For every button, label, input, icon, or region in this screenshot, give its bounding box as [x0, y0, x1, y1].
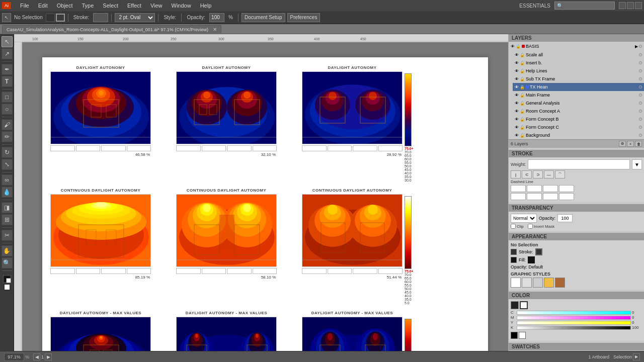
- layer-eye-scale-all[interactable]: 👁: [515, 53, 519, 57]
- appearance-fill-icon[interactable]: [528, 256, 535, 263]
- layers-new-btn[interactable]: +: [627, 141, 634, 147]
- layer-row-main-frame[interactable]: 👁 🔒 Main Frame: [513, 91, 644, 99]
- blend-mode-select[interactable]: Normal: [511, 214, 537, 223]
- blend-tool[interactable]: ∞: [2, 174, 13, 186]
- select-tool[interactable]: ↖: [2, 36, 13, 47]
- layer-eye-general[interactable]: 👁: [515, 101, 519, 106]
- menu-effect[interactable]: Effect: [123, 2, 145, 10]
- c-slider[interactable]: [517, 311, 631, 315]
- graphic-style-5[interactable]: [555, 278, 565, 288]
- menu-object[interactable]: Object: [53, 2, 77, 10]
- eyedropper-tool[interactable]: 💧: [2, 187, 13, 198]
- status-dropdown-btn[interactable]: ▶: [633, 353, 640, 360]
- canvas-area[interactable]: 100 150 200 250 300 350 400 450: [14, 34, 508, 351]
- opacity-trans-input[interactable]: [557, 214, 573, 222]
- close-file-button[interactable]: ✕: [213, 27, 217, 32]
- window-maximize[interactable]: [627, 2, 634, 9]
- layer-row-basis[interactable]: 👁 🔒 BASIS ▶: [509, 42, 644, 51]
- type-tool[interactable]: T: [2, 76, 13, 87]
- next-page-btn[interactable]: ▶: [45, 353, 52, 360]
- layer-lock-scale-all[interactable]: 🔒: [520, 53, 525, 57]
- stroke-color-box[interactable]: [56, 14, 65, 22]
- clip-checkbox-label[interactable]: Clip: [511, 224, 524, 229]
- menu-file[interactable]: File: [16, 2, 33, 10]
- opacity-input[interactable]: [209, 13, 224, 22]
- dash-input-1[interactable]: [511, 185, 526, 192]
- layer-lock-help-lines[interactable]: 🔒: [520, 69, 525, 73]
- stroke-align-outside[interactable]: ⊃: [533, 170, 543, 178]
- stroke-align-center[interactable]: |: [511, 170, 521, 178]
- stroke-style-select[interactable]: 2 pt. Oval: [115, 13, 155, 22]
- layer-eye-form-b[interactable]: 👁: [515, 117, 519, 122]
- fill-indicator[interactable]: [3, 275, 11, 283]
- direct-select-tool[interactable]: ↗: [2, 48, 13, 59]
- stroke-cap-butt[interactable]: —: [544, 170, 554, 178]
- menu-view[interactable]: View: [146, 2, 167, 10]
- appearance-stroke-swatch[interactable]: [511, 249, 517, 255]
- graphic-style-3[interactable]: [533, 278, 543, 288]
- layer-lock-sub-tx[interactable]: 🔒: [520, 77, 525, 81]
- gap-input-2[interactable]: [559, 185, 574, 192]
- black-swatch[interactable]: [511, 332, 518, 339]
- color-stroke-box[interactable]: [520, 301, 528, 309]
- window-close[interactable]: [635, 2, 642, 9]
- layer-lock-insert-b[interactable]: 🔒: [520, 61, 525, 65]
- layer-row-help-lines[interactable]: 👁 🔒 Help Lines: [513, 67, 644, 75]
- zoom-input[interactable]: [4, 353, 24, 361]
- layer-lock-basis[interactable]: 🔒: [516, 44, 521, 49]
- appearance-stroke-icon[interactable]: [535, 248, 542, 255]
- layers-options-btn[interactable]: ⚙: [619, 141, 626, 147]
- stroke-weight-dropdown[interactable]: ▼: [632, 159, 642, 169]
- gradient-tool[interactable]: ◨: [2, 202, 13, 213]
- layer-eye-tx-hean[interactable]: 👁: [515, 85, 519, 89]
- layer-eye-help-lines[interactable]: 👁: [515, 69, 519, 73]
- layer-eye-insert-b[interactable]: 👁: [515, 61, 519, 65]
- layer-row-form-c[interactable]: 👁 🔒 Form Concept C: [513, 123, 644, 131]
- layer-lock-room-a[interactable]: 🔒: [520, 109, 525, 114]
- y-coord-input[interactable]: [527, 193, 542, 200]
- menu-window[interactable]: Window: [168, 2, 195, 10]
- stroke-indicator[interactable]: [4, 284, 11, 291]
- m-slider[interactable]: [517, 316, 631, 320]
- layer-row-form-b[interactable]: 👁 🔒 Form Concept B: [513, 115, 644, 123]
- w-coord-input[interactable]: [543, 193, 558, 200]
- selection-tool-icon[interactable]: ↖: [2, 13, 11, 22]
- pen-tool[interactable]: ✒: [2, 64, 13, 75]
- color-fill-box[interactable]: [511, 301, 519, 309]
- layer-eye-main-frame[interactable]: 👁: [515, 93, 519, 98]
- graphic-style-4[interactable]: [544, 278, 554, 288]
- layer-row-room-concept-a[interactable]: 👁 🔒 Room Concept A: [513, 107, 644, 115]
- layer-row-sub-tx-frame[interactable]: 👁 🔒 Sub TX Frame: [513, 75, 644, 83]
- scale-tool[interactable]: ⤡: [2, 159, 13, 170]
- rotate-tool[interactable]: ↻: [2, 147, 13, 158]
- dash-input-2[interactable]: [543, 185, 558, 192]
- fill-color-box[interactable]: [46, 14, 55, 22]
- layer-toggle-basis[interactable]: ▶: [635, 44, 638, 49]
- layer-lock-main-frame[interactable]: 🔒: [520, 93, 525, 98]
- layer-lock-form-b[interactable]: 🔒: [520, 117, 525, 122]
- mesh-tool[interactable]: ⊞: [2, 214, 13, 225]
- layer-lock-general[interactable]: 🔒: [520, 101, 525, 106]
- search-bar[interactable]: 🔍: [554, 2, 615, 10]
- hand-tool[interactable]: ✋: [2, 245, 13, 256]
- layer-eye-sub-tx[interactable]: 👁: [515, 77, 519, 81]
- layer-eye-bg[interactable]: 👁: [515, 133, 519, 138]
- scissors-tool[interactable]: ✂: [2, 230, 13, 241]
- invert-mask-label[interactable]: Invert Mask: [528, 224, 554, 229]
- menu-help[interactable]: Help: [196, 2, 216, 10]
- clip-checkbox[interactable]: [511, 224, 516, 229]
- layers-delete-btn[interactable]: 🗑: [635, 141, 642, 147]
- layer-lock-tx-hean[interactable]: 🔒: [520, 85, 525, 89]
- layer-row-insert-b[interactable]: 👁 🔒 Insert b.: [513, 59, 644, 67]
- layer-row-scale-all[interactable]: 👁 🔒 Scale all: [513, 51, 644, 59]
- layer-lock-bg[interactable]: 🔒: [520, 133, 525, 138]
- prev-page-btn[interactable]: ◀: [33, 353, 40, 360]
- layer-eye-room-a[interactable]: 👁: [515, 109, 519, 114]
- layer-row-background[interactable]: 👁 🔒 Background: [513, 131, 644, 139]
- h-coord-input[interactable]: [559, 193, 574, 200]
- menu-edit[interactable]: Edit: [34, 2, 52, 10]
- menu-type[interactable]: Type: [78, 2, 98, 10]
- y-slider[interactable]: [517, 321, 631, 325]
- white-swatch[interactable]: [519, 332, 526, 339]
- layer-lock-form-c[interactable]: 🔒: [520, 125, 525, 130]
